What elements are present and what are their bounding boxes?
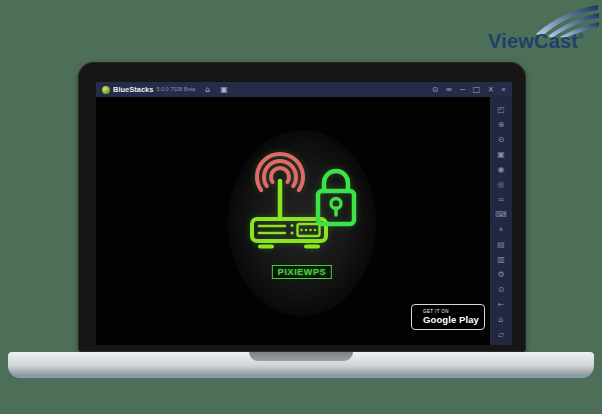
app-title-badge: PIXIEWPS <box>272 265 332 279</box>
padlock-icon <box>318 171 354 224</box>
google-play-badge[interactable]: GET IT ON Google Play <box>411 304 485 330</box>
window-content: PIXIEWPS <box>96 97 512 345</box>
volume-down-icon[interactable]: ⊖ <box>498 132 505 147</box>
aim-assist-icon[interactable]: ⌖ <box>499 222 504 237</box>
screenshot-icon[interactable]: ▣ <box>497 147 505 162</box>
play-badge-store-name: Google Play <box>423 315 479 325</box>
app-screen: PIXIEWPS <box>96 97 490 345</box>
play-badge-text: GET IT ON Google Play <box>423 309 479 325</box>
app-tab[interactable]: ▣ <box>220 86 228 94</box>
viewcast-wordmark: ViewCast® <box>488 30 584 53</box>
fullscreen-icon[interactable]: ◰ <box>497 102 505 117</box>
viewcast-name: ViewCast <box>488 30 578 52</box>
home-tab[interactable]: ⌂ <box>205 86 210 94</box>
collapse-sidebar-button[interactable]: « <box>501 86 506 94</box>
registered-trademark: ® <box>578 33 583 40</box>
page-background: ViewCast® BlueStacks 5.0.0.7028 Beta ⌂ ▣… <box>0 0 602 414</box>
google-play-icon <box>417 310 418 324</box>
menu-button[interactable]: ≡ <box>445 86 452 94</box>
laptop-screen: BlueStacks 5.0.0.7028 Beta ⌂ ▣ ⊙ ≡ − □ ×… <box>78 62 526 352</box>
keyboard-controls-icon[interactable]: ⌨ <box>495 207 507 222</box>
toolbar-sidebar: ◰ ⊕ ⊖ ▣ ◉ ◎ ≈ ⌨ ⌖ ▤ ▥ ⚙ ⊙ ← ⌂ ▱ <box>490 97 512 345</box>
app-version: 5.0.0.7028 Beta <box>156 87 195 93</box>
media-manager-icon[interactable]: ▤ <box>497 237 505 252</box>
back-icon[interactable]: ← <box>498 297 505 312</box>
bluestacks-window: BlueStacks 5.0.0.7028 Beta ⌂ ▣ ⊙ ≡ − □ ×… <box>96 82 512 345</box>
rotate-icon[interactable]: ◎ <box>498 177 505 192</box>
close-button[interactable]: × <box>487 86 494 94</box>
window-controls: ⊙ ≡ − □ × « <box>432 86 506 94</box>
viewcast-logo: ViewCast® <box>486 3 602 59</box>
boost-button[interactable]: ⊙ <box>432 86 439 94</box>
home-icon[interactable]: ⌂ <box>498 312 503 327</box>
maximize-button[interactable]: □ <box>473 86 481 94</box>
bluestacks-logo-icon <box>102 86 110 94</box>
laptop-base-notch <box>249 352 353 361</box>
app-name: BlueStacks <box>113 86 153 94</box>
minimize-button[interactable]: − <box>459 86 466 94</box>
recent-apps-icon[interactable]: ▱ <box>498 327 504 342</box>
shake-icon[interactable]: ≈ <box>498 192 505 207</box>
laptop-base <box>8 352 594 378</box>
volume-up-icon[interactable]: ⊕ <box>498 117 505 132</box>
camera-icon[interactable]: ◉ <box>498 162 505 177</box>
titlebar: BlueStacks 5.0.0.7028 Beta ⌂ ▣ ⊙ ≡ − □ ×… <box>96 82 512 97</box>
multi-instance-icon[interactable]: ▥ <box>497 252 505 267</box>
eco-mode-icon[interactable]: ⊙ <box>498 282 505 297</box>
settings-gear-icon[interactable]: ⚙ <box>497 267 504 282</box>
router-lock-artwork <box>245 145 359 255</box>
